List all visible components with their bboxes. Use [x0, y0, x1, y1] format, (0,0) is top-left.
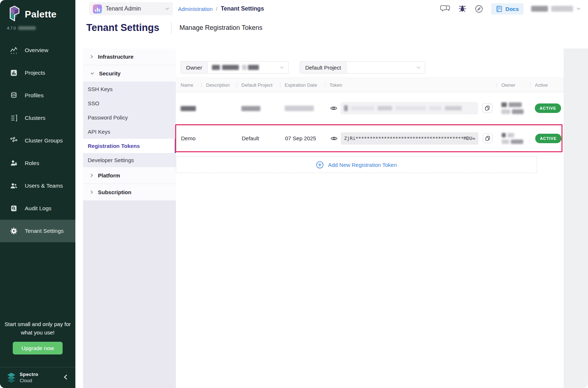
- reveal-token-button[interactable]: [330, 134, 338, 142]
- column-header-active: Active: [535, 82, 564, 88]
- sidebar-item-label: Overview: [25, 47, 48, 54]
- docs-label: Docs: [505, 6, 519, 12]
- redacted-text: [511, 140, 523, 144]
- owner-filter-label: Owner: [181, 62, 208, 73]
- app-root: Palette 4.7.0 Overview: [0, 0, 588, 388]
- chevron-down-icon: [280, 66, 284, 69]
- page-subtitle: Manage Registration Tokens: [179, 24, 263, 32]
- redacted-text: [351, 106, 374, 110]
- settings-item-password-policy[interactable]: Password Policy: [83, 110, 176, 125]
- chevron-down-icon: [576, 7, 581, 10]
- highlighted-row: Demo Default 07 Sep 2025 ZjRi***********…: [175, 124, 563, 152]
- cell-expiration-date: 07 Sep 2025: [285, 135, 330, 141]
- docs-button[interactable]: Docs: [491, 3, 524, 15]
- redacted-text: [501, 109, 510, 114]
- redacted-text: [378, 106, 392, 110]
- reveal-token-button[interactable]: [329, 104, 338, 112]
- sidebar: Palette 4.7.0 Overview: [0, 0, 75, 388]
- workspace-selector[interactable]: Tenant Admin: [89, 2, 173, 15]
- copy-token-button[interactable]: [483, 133, 493, 143]
- breadcrumb-separator: /: [216, 6, 217, 12]
- explore-button[interactable]: [474, 4, 484, 13]
- owner-filter: Owner: [181, 61, 289, 74]
- upgrade-promo: Start small and only pay for what you us…: [0, 320, 75, 354]
- redacted-text: [395, 106, 426, 110]
- column-header-name: Name: [181, 82, 206, 88]
- filters-row: Owner Default Project: [181, 61, 564, 74]
- chevron-right-icon: [90, 55, 93, 59]
- gear-icon: [9, 227, 18, 235]
- sidebar-item-label: Tenant Settings: [25, 228, 64, 234]
- users-icon: [9, 181, 18, 190]
- settings-item-developer-settings[interactable]: Developer Settings: [83, 153, 176, 167]
- copy-token-button[interactable]: [482, 103, 492, 113]
- table-header: Name Description Default Project Expirat…: [176, 78, 564, 92]
- sidebar-item-clusters[interactable]: Clusters: [0, 107, 75, 129]
- sidebar-item-label: Audit Logs: [25, 205, 51, 212]
- settings-group-label: Subscription: [98, 189, 131, 195]
- breadcrumb: Administration / Tenant Settings: [178, 5, 264, 12]
- sidebar-footer: Spectro Cloud: [0, 367, 75, 388]
- registration-tokens-panel: Owner Default Project: [176, 48, 564, 388]
- settings-group-platform[interactable]: Platform: [83, 167, 176, 184]
- status-badge: ACTIVE: [535, 134, 561, 143]
- sidebar-item-label: Profiles: [25, 92, 44, 99]
- redacted-text: [212, 65, 220, 70]
- add-registration-token-button[interactable]: Add New Registration Token: [176, 156, 537, 173]
- collapse-sidebar-button[interactable]: [62, 373, 69, 382]
- bug-icon: [458, 4, 467, 13]
- redacted-text: [241, 106, 260, 111]
- sidebar-item-cluster-groups[interactable]: Cluster Groups: [0, 129, 75, 152]
- default-project-filter-label: Default Project: [300, 62, 346, 73]
- upgrade-button[interactable]: Upgrade now: [13, 342, 63, 354]
- status-badge: ACTIVE: [535, 103, 561, 113]
- cell-owner: [501, 102, 535, 114]
- brand-name: Spectro Cloud: [20, 372, 38, 384]
- line-chart-icon: [9, 46, 18, 55]
- compass-icon: [474, 4, 484, 13]
- breadcrumb-administration-link[interactable]: Administration: [178, 6, 213, 12]
- settings-item-label: SSO: [88, 100, 99, 106]
- redacted-token-value: [340, 102, 478, 114]
- settings-group-infrastructure[interactable]: Infrastructure: [83, 48, 176, 65]
- eye-icon: [331, 136, 338, 141]
- app-logo[interactable]: Palette: [0, 0, 75, 23]
- redacted-text: [531, 6, 548, 12]
- redacted-text: [551, 6, 573, 12]
- settings-item-api-keys[interactable]: API Keys: [83, 125, 176, 139]
- chat-icon: [440, 4, 450, 13]
- sidebar-item-label: Clusters: [25, 115, 46, 121]
- top-bar: Tenant Admin Administration / Tenant Set…: [75, 0, 588, 17]
- cell-name: [181, 105, 206, 111]
- sidebar-item-profiles[interactable]: Profiles: [0, 84, 75, 107]
- network-icon: [9, 136, 18, 145]
- redacted-text: [429, 106, 442, 110]
- cell-default-project: [241, 105, 285, 111]
- sidebar-item-roles[interactable]: Roles: [0, 152, 75, 175]
- settings-item-ssh-keys[interactable]: SSH Keys: [83, 82, 176, 96]
- bug-report-button[interactable]: [458, 4, 467, 13]
- sidebar-item-overview[interactable]: Overview: [0, 39, 75, 62]
- add-registration-token-label: Add New Registration Token: [328, 162, 397, 168]
- default-project-filter-select[interactable]: [347, 62, 425, 73]
- redacted-text: [508, 133, 514, 137]
- sidebar-item-tenant-settings[interactable]: Tenant Settings: [0, 220, 75, 242]
- chevron-down-icon: [90, 72, 94, 75]
- settings-item-registration-tokens[interactable]: Registration Tokens: [83, 139, 176, 153]
- sidebar-item-users-teams[interactable]: Users & Teams: [0, 175, 75, 197]
- app-version: 4.7.0: [0, 23, 75, 30]
- sidebar-item-projects[interactable]: Projects: [0, 62, 75, 84]
- top-actions: Docs: [440, 3, 588, 15]
- eye-icon: [330, 106, 337, 111]
- settings-nav: Infrastructure Security SSH Keys SSO Pas…: [83, 48, 176, 388]
- sidebar-item-audit-logs[interactable]: Audit Logs: [0, 197, 75, 220]
- token-value: ZjRi************************************…: [341, 132, 478, 145]
- settings-item-sso[interactable]: SSO: [83, 96, 176, 110]
- owner-filter-select[interactable]: [208, 62, 288, 73]
- sidebar-item-label: Users & Teams: [25, 183, 63, 189]
- document-search-icon: [9, 204, 18, 213]
- user-menu[interactable]: [531, 6, 581, 12]
- settings-group-security[interactable]: Security: [83, 65, 176, 82]
- settings-group-subscription[interactable]: Subscription: [83, 184, 176, 201]
- feedback-button[interactable]: [440, 4, 450, 13]
